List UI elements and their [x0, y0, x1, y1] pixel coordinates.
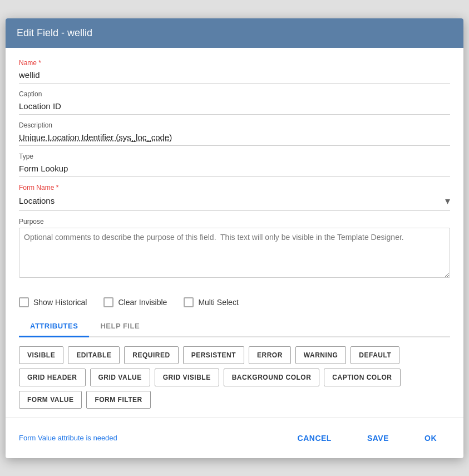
caption-label: Caption	[19, 90, 450, 98]
attr-btn-warning[interactable]: WARNING	[295, 346, 347, 364]
form-name-label: Form Name *	[19, 184, 450, 192]
purpose-field-group: Purpose	[19, 218, 450, 279]
attr-btn-default[interactable]: DEFAULT	[350, 346, 399, 364]
attr-btn-grid-header[interactable]: GRID HEADER	[19, 369, 86, 386]
chevron-down-icon: ▾	[445, 195, 450, 207]
description-link: sys_loc_code	[119, 133, 169, 142]
clear-invisible-checkbox[interactable]: Clear Invisible	[103, 297, 167, 307]
attr-btn-caption-color[interactable]: CAPTION COLOR	[324, 369, 400, 386]
dialog-header: Edit Field - wellid	[6, 18, 463, 48]
form-name-field-group: Form Name * Locations ▾	[19, 184, 450, 211]
footer-actions: CANCEL SAVE OK	[284, 428, 450, 448]
description-value: Unique Location Identifier (sys_loc_code…	[19, 130, 450, 146]
caption-field-group: Caption Location ID	[19, 90, 450, 115]
show-historical-label: Show Historical	[33, 298, 87, 307]
tab-attributes[interactable]: ATTRIBUTES	[19, 316, 89, 337]
cancel-button[interactable]: CANCEL	[284, 428, 345, 448]
form-name-value: Locations	[19, 196, 445, 205]
form-name-select[interactable]: Locations ▾	[19, 193, 450, 211]
attribute-buttons-row1: VISIBLE EDITABLE REQUIRED PERSISTENT ERR…	[19, 346, 450, 364]
dialog-body: Name * wellid Caption Location ID Descri…	[6, 48, 463, 409]
description-label: Description	[19, 121, 450, 129]
type-field-group: Type Form Lookup	[19, 153, 450, 177]
multi-select-checkbox[interactable]: Multi Select	[184, 297, 238, 307]
attr-btn-grid-value[interactable]: GRID VALUE	[90, 369, 150, 386]
tabs-row: ATTRIBUTES HELP FILE	[19, 316, 450, 337]
multi-select-label: Multi Select	[198, 298, 238, 307]
attr-btn-form-filter[interactable]: FORM FILTER	[86, 391, 150, 409]
name-label: Name *	[19, 59, 450, 67]
dialog-footer: Form Value attribute is needed CANCEL SA…	[6, 418, 463, 458]
footer-message: Form Value attribute is needed	[19, 434, 117, 442]
clear-invisible-label: Clear Invisible	[118, 298, 167, 307]
purpose-textarea[interactable]	[19, 228, 450, 278]
clear-invisible-box	[103, 297, 113, 307]
type-label: Type	[19, 153, 450, 160]
attr-btn-grid-visible[interactable]: GRID VISIBLE	[155, 369, 219, 386]
name-value: wellid	[19, 68, 450, 84]
description-close: )	[169, 133, 172, 142]
show-historical-box	[19, 297, 29, 307]
attr-btn-editable[interactable]: EDITABLE	[68, 346, 120, 364]
type-value: Form Lookup	[19, 161, 450, 177]
purpose-label: Purpose	[19, 218, 450, 225]
caption-value: Location ID	[19, 99, 450, 115]
attr-btn-required[interactable]: REQUIRED	[124, 346, 178, 364]
checkboxes-row: Show Historical Clear Invisible Multi Se…	[19, 286, 450, 316]
attr-btn-form-value[interactable]: FORM VALUE	[19, 391, 82, 409]
show-historical-checkbox[interactable]: Show Historical	[19, 297, 87, 307]
edit-field-dialog: Edit Field - wellid Name * wellid Captio…	[6, 18, 463, 458]
multi-select-box	[184, 297, 194, 307]
attr-btn-background-color[interactable]: BACKGROUND COLOR	[224, 369, 320, 386]
description-plain: Unique Location Identifier (	[19, 133, 119, 142]
attr-btn-error[interactable]: ERROR	[249, 346, 291, 364]
attribute-buttons-row2: GRID HEADER GRID VALUE GRID VISIBLE BACK…	[19, 369, 450, 386]
attr-btn-persistent[interactable]: PERSISTENT	[183, 346, 244, 364]
attr-btn-visible[interactable]: VISIBLE	[19, 346, 63, 364]
dialog-title: Edit Field - wellid	[17, 27, 92, 38]
tab-help-file[interactable]: HELP FILE	[89, 316, 151, 337]
save-button[interactable]: SAVE	[354, 428, 402, 448]
attribute-buttons-row3: FORM VALUE FORM FILTER	[19, 391, 450, 409]
name-field-group: Name * wellid	[19, 59, 450, 84]
description-field-group: Description Unique Location Identifier (…	[19, 121, 450, 146]
ok-button[interactable]: OK	[411, 428, 450, 448]
